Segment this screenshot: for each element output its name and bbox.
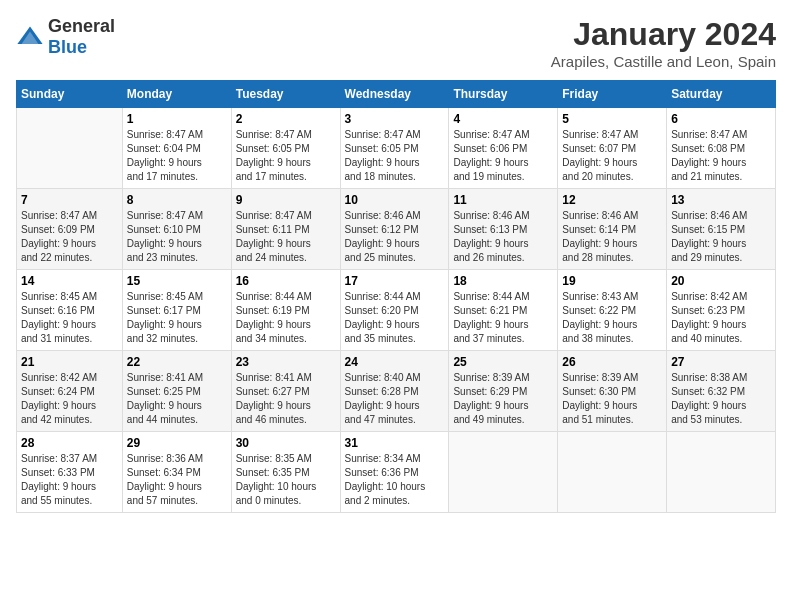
day-number: 12 [562,193,662,207]
calendar-cell: 9Sunrise: 8:47 AMSunset: 6:11 PMDaylight… [231,189,340,270]
day-number: 13 [671,193,771,207]
day-info: Sunrise: 8:47 AMSunset: 6:08 PMDaylight:… [671,128,771,184]
calendar-week-row: 7Sunrise: 8:47 AMSunset: 6:09 PMDaylight… [17,189,776,270]
day-number: 15 [127,274,227,288]
calendar-cell: 30Sunrise: 8:35 AMSunset: 6:35 PMDayligh… [231,432,340,513]
day-number: 30 [236,436,336,450]
day-number: 29 [127,436,227,450]
calendar-week-row: 21Sunrise: 8:42 AMSunset: 6:24 PMDayligh… [17,351,776,432]
day-number: 16 [236,274,336,288]
day-number: 9 [236,193,336,207]
calendar-cell: 12Sunrise: 8:46 AMSunset: 6:14 PMDayligh… [558,189,667,270]
logo-text-blue: Blue [48,37,87,57]
calendar-cell: 5Sunrise: 8:47 AMSunset: 6:07 PMDaylight… [558,108,667,189]
subtitle: Arapiles, Castille and Leon, Spain [551,53,776,70]
logo-text-general: General [48,16,115,36]
calendar-cell: 31Sunrise: 8:34 AMSunset: 6:36 PMDayligh… [340,432,449,513]
calendar-cell: 22Sunrise: 8:41 AMSunset: 6:25 PMDayligh… [122,351,231,432]
calendar-cell: 8Sunrise: 8:47 AMSunset: 6:10 PMDaylight… [122,189,231,270]
header-day-wednesday: Wednesday [340,81,449,108]
calendar-cell: 2Sunrise: 8:47 AMSunset: 6:05 PMDaylight… [231,108,340,189]
day-info: Sunrise: 8:39 AMSunset: 6:29 PMDaylight:… [453,371,553,427]
calendar-cell [667,432,776,513]
header-day-monday: Monday [122,81,231,108]
day-number: 3 [345,112,445,126]
day-info: Sunrise: 8:45 AMSunset: 6:16 PMDaylight:… [21,290,118,346]
day-number: 2 [236,112,336,126]
day-info: Sunrise: 8:39 AMSunset: 6:30 PMDaylight:… [562,371,662,427]
day-info: Sunrise: 8:47 AMSunset: 6:06 PMDaylight:… [453,128,553,184]
day-info: Sunrise: 8:36 AMSunset: 6:34 PMDaylight:… [127,452,227,508]
day-info: Sunrise: 8:42 AMSunset: 6:23 PMDaylight:… [671,290,771,346]
calendar-week-row: 1Sunrise: 8:47 AMSunset: 6:04 PMDaylight… [17,108,776,189]
header-day-sunday: Sunday [17,81,123,108]
day-info: Sunrise: 8:44 AMSunset: 6:20 PMDaylight:… [345,290,445,346]
calendar-cell: 25Sunrise: 8:39 AMSunset: 6:29 PMDayligh… [449,351,558,432]
calendar-week-row: 28Sunrise: 8:37 AMSunset: 6:33 PMDayligh… [17,432,776,513]
header-day-thursday: Thursday [449,81,558,108]
day-number: 10 [345,193,445,207]
calendar-cell: 26Sunrise: 8:39 AMSunset: 6:30 PMDayligh… [558,351,667,432]
calendar-cell: 4Sunrise: 8:47 AMSunset: 6:06 PMDaylight… [449,108,558,189]
day-number: 22 [127,355,227,369]
day-info: Sunrise: 8:47 AMSunset: 6:04 PMDaylight:… [127,128,227,184]
calendar-cell: 20Sunrise: 8:42 AMSunset: 6:23 PMDayligh… [667,270,776,351]
day-info: Sunrise: 8:43 AMSunset: 6:22 PMDaylight:… [562,290,662,346]
day-info: Sunrise: 8:41 AMSunset: 6:27 PMDaylight:… [236,371,336,427]
day-number: 4 [453,112,553,126]
calendar-cell: 13Sunrise: 8:46 AMSunset: 6:15 PMDayligh… [667,189,776,270]
day-info: Sunrise: 8:46 AMSunset: 6:12 PMDaylight:… [345,209,445,265]
day-number: 17 [345,274,445,288]
day-number: 1 [127,112,227,126]
calendar-cell [17,108,123,189]
header-day-friday: Friday [558,81,667,108]
calendar-cell: 23Sunrise: 8:41 AMSunset: 6:27 PMDayligh… [231,351,340,432]
day-number: 7 [21,193,118,207]
calendar-cell: 29Sunrise: 8:36 AMSunset: 6:34 PMDayligh… [122,432,231,513]
calendar-table: SundayMondayTuesdayWednesdayThursdayFrid… [16,80,776,513]
calendar-cell: 7Sunrise: 8:47 AMSunset: 6:09 PMDaylight… [17,189,123,270]
day-info: Sunrise: 8:46 AMSunset: 6:14 PMDaylight:… [562,209,662,265]
logo: General Blue [16,16,115,58]
day-info: Sunrise: 8:42 AMSunset: 6:24 PMDaylight:… [21,371,118,427]
day-info: Sunrise: 8:40 AMSunset: 6:28 PMDaylight:… [345,371,445,427]
day-info: Sunrise: 8:47 AMSunset: 6:05 PMDaylight:… [236,128,336,184]
logo-icon [16,23,44,51]
calendar-cell: 18Sunrise: 8:44 AMSunset: 6:21 PMDayligh… [449,270,558,351]
day-number: 6 [671,112,771,126]
day-info: Sunrise: 8:38 AMSunset: 6:32 PMDaylight:… [671,371,771,427]
day-number: 8 [127,193,227,207]
day-info: Sunrise: 8:34 AMSunset: 6:36 PMDaylight:… [345,452,445,508]
day-info: Sunrise: 8:45 AMSunset: 6:17 PMDaylight:… [127,290,227,346]
calendar-cell: 19Sunrise: 8:43 AMSunset: 6:22 PMDayligh… [558,270,667,351]
main-title: January 2024 [551,16,776,53]
day-number: 26 [562,355,662,369]
day-number: 27 [671,355,771,369]
day-info: Sunrise: 8:47 AMSunset: 6:11 PMDaylight:… [236,209,336,265]
day-info: Sunrise: 8:47 AMSunset: 6:10 PMDaylight:… [127,209,227,265]
calendar-cell: 6Sunrise: 8:47 AMSunset: 6:08 PMDaylight… [667,108,776,189]
day-number: 14 [21,274,118,288]
calendar-cell: 27Sunrise: 8:38 AMSunset: 6:32 PMDayligh… [667,351,776,432]
calendar-header-row: SundayMondayTuesdayWednesdayThursdayFrid… [17,81,776,108]
day-number: 21 [21,355,118,369]
calendar-cell: 10Sunrise: 8:46 AMSunset: 6:12 PMDayligh… [340,189,449,270]
header-day-tuesday: Tuesday [231,81,340,108]
calendar-week-row: 14Sunrise: 8:45 AMSunset: 6:16 PMDayligh… [17,270,776,351]
day-number: 20 [671,274,771,288]
calendar-cell: 28Sunrise: 8:37 AMSunset: 6:33 PMDayligh… [17,432,123,513]
calendar-cell [558,432,667,513]
calendar-cell: 11Sunrise: 8:46 AMSunset: 6:13 PMDayligh… [449,189,558,270]
calendar-cell: 1Sunrise: 8:47 AMSunset: 6:04 PMDaylight… [122,108,231,189]
header-day-saturday: Saturday [667,81,776,108]
day-number: 31 [345,436,445,450]
day-info: Sunrise: 8:47 AMSunset: 6:09 PMDaylight:… [21,209,118,265]
day-info: Sunrise: 8:47 AMSunset: 6:05 PMDaylight:… [345,128,445,184]
day-number: 24 [345,355,445,369]
day-number: 28 [21,436,118,450]
day-number: 19 [562,274,662,288]
day-number: 25 [453,355,553,369]
calendar-cell: 3Sunrise: 8:47 AMSunset: 6:05 PMDaylight… [340,108,449,189]
calendar-cell: 24Sunrise: 8:40 AMSunset: 6:28 PMDayligh… [340,351,449,432]
day-number: 5 [562,112,662,126]
